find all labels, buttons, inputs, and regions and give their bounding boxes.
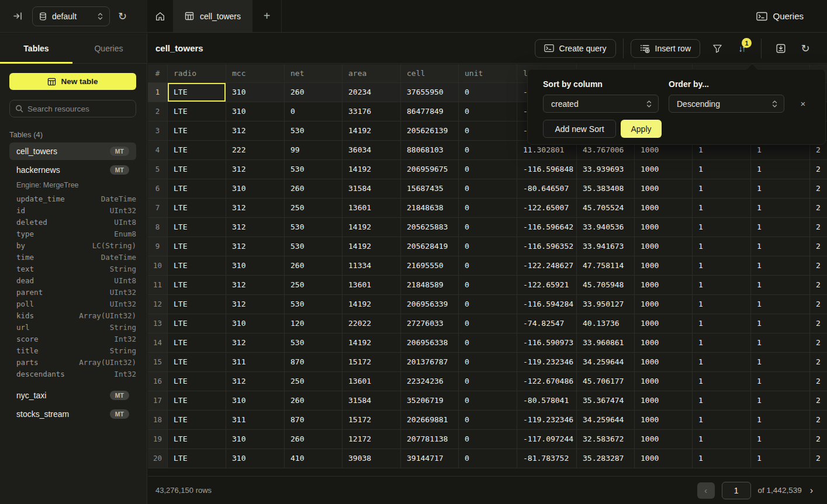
table-cell[interactable]: LTE <box>168 160 226 179</box>
table-cell[interactable]: 0 <box>459 276 517 295</box>
table-cell[interactable]: 312 <box>226 372 285 391</box>
table-cell[interactable]: 1 <box>751 430 810 449</box>
table-cell[interactable]: LTE <box>168 430 226 449</box>
table-cell[interactable]: 37655950 <box>401 83 459 102</box>
table-cell[interactable]: 0 <box>459 411 517 430</box>
table-cell[interactable]: 1 <box>693 411 751 430</box>
table-cell[interactable]: 410 <box>285 449 342 468</box>
next-page-button[interactable]: › <box>809 485 814 496</box>
table-cell[interactable]: 530 <box>285 333 342 353</box>
table-cell[interactable]: 2 <box>810 199 827 218</box>
table-cell[interactable]: 1 <box>693 218 751 237</box>
new-tab-button[interactable]: + <box>252 0 282 32</box>
table-cell[interactable]: 530 <box>285 121 342 141</box>
table-cell[interactable]: 14192 <box>342 121 401 141</box>
row-number-cell[interactable]: 8 <box>148 218 168 237</box>
table-cell[interactable]: 0 <box>459 102 517 121</box>
table-cell[interactable]: 33.941673 <box>577 237 635 256</box>
row-number-cell[interactable]: 9 <box>148 237 168 256</box>
table-cell[interactable]: 0 <box>459 333 517 353</box>
table-cell[interactable]: 1 <box>693 372 751 391</box>
sidebar-item-stocks_stream[interactable]: stocks_streamMT <box>9 405 136 423</box>
table-cell[interactable]: LTE <box>168 391 226 411</box>
row-number-cell[interactable]: 11 <box>148 276 168 295</box>
table-cell[interactable]: 1 <box>693 430 751 449</box>
table-cell[interactable]: 0 <box>285 102 342 121</box>
table-cell[interactable]: 2 <box>810 353 827 372</box>
table-cell[interactable]: 250 <box>285 199 342 218</box>
table-cell[interactable]: 39038 <box>342 449 401 468</box>
table-cell[interactable]: 1 <box>693 353 751 372</box>
table-cell[interactable]: 45.705524 <box>577 199 635 218</box>
table-cell[interactable]: 260 <box>285 391 342 411</box>
table-cell[interactable]: 1000 <box>635 353 693 372</box>
table-cell[interactable]: 2 <box>810 218 827 237</box>
table-cell[interactable]: 1 <box>693 295 751 314</box>
table-cell[interactable]: 1 <box>693 314 751 333</box>
column-header[interactable]: area <box>342 64 401 83</box>
table-cell[interactable]: -122.65007 <box>517 199 577 218</box>
table-cell[interactable]: 11334 <box>342 256 401 276</box>
column-header[interactable]: mcc <box>226 64 285 83</box>
table-cell[interactable]: -74.82547 <box>517 314 577 333</box>
table-cell[interactable]: 310 <box>226 430 285 449</box>
table-cell[interactable]: 1000 <box>635 256 693 276</box>
table-cell[interactable]: 205625883 <box>401 218 459 237</box>
table-cell[interactable]: 22022 <box>342 314 401 333</box>
table-cell[interactable]: 0 <box>459 83 517 102</box>
table-cell[interactable]: 250 <box>285 276 342 295</box>
table-cell[interactable]: 99 <box>285 141 342 160</box>
table-cell[interactable]: 2 <box>810 449 827 468</box>
table-cell[interactable]: 35206719 <box>401 391 459 411</box>
column-header[interactable]: unit <box>459 64 517 83</box>
table-cell[interactable]: 311 <box>226 411 285 430</box>
table-cell[interactable]: 1000 <box>635 295 693 314</box>
table-cell[interactable]: 35.383408 <box>577 179 635 199</box>
table-cell[interactable]: 0 <box>459 218 517 237</box>
table-cell[interactable]: 2 <box>810 333 827 353</box>
table-cell[interactable]: 207781138 <box>401 430 459 449</box>
table-cell[interactable]: 21848638 <box>401 199 459 218</box>
table-cell[interactable]: 2 <box>810 295 827 314</box>
row-number-cell[interactable]: 10 <box>148 256 168 276</box>
table-cell[interactable]: 310 <box>226 179 285 199</box>
row-number-cell[interactable]: 15 <box>148 353 168 372</box>
table-cell[interactable]: 312 <box>226 121 285 141</box>
table-cell[interactable]: 34.259644 <box>577 353 635 372</box>
row-number-cell[interactable]: 3 <box>148 121 168 141</box>
new-table-button[interactable]: New table <box>9 73 136 90</box>
remove-sort-button[interactable]: × <box>795 95 811 113</box>
table-cell[interactable]: -122.670486 <box>517 372 577 391</box>
table-cell[interactable]: 1 <box>751 314 810 333</box>
table-cell[interactable]: 1 <box>751 353 810 372</box>
table-cell[interactable]: 1 <box>693 199 751 218</box>
table-cell[interactable]: 14192 <box>342 218 401 237</box>
table-cell[interactable]: 310 <box>226 256 285 276</box>
table-cell[interactable]: 1 <box>751 237 810 256</box>
table-cell[interactable]: 0 <box>459 449 517 468</box>
table-cell[interactable]: 27276033 <box>401 314 459 333</box>
table-cell[interactable]: 0 <box>459 256 517 276</box>
table-cell[interactable]: -119.232346 <box>517 411 577 430</box>
table-cell[interactable]: 311 <box>226 353 285 372</box>
table-cell[interactable]: 530 <box>285 218 342 237</box>
table-cell[interactable]: 31584 <box>342 391 401 411</box>
table-cell[interactable]: 250 <box>285 372 342 391</box>
table-cell[interactable]: 0 <box>459 199 517 218</box>
table-cell[interactable]: 1 <box>693 391 751 411</box>
table-cell[interactable]: 0 <box>459 430 517 449</box>
table-cell[interactable]: 0 <box>459 121 517 141</box>
add-new-sort-button[interactable]: Add new Sort <box>543 120 616 138</box>
table-cell[interactable]: 0 <box>459 314 517 333</box>
refresh-table-button[interactable]: ↻ <box>793 43 818 54</box>
table-cell[interactable]: LTE <box>168 83 226 102</box>
filter-button[interactable] <box>705 44 729 53</box>
table-cell[interactable]: 32.583672 <box>577 430 635 449</box>
table-cell[interactable]: 14192 <box>342 237 401 256</box>
column-header[interactable]: cell <box>401 64 459 83</box>
table-cell[interactable]: 206956339 <box>401 295 459 314</box>
table-cell[interactable]: 35.283287 <box>577 449 635 468</box>
table-cell[interactable]: 202669881 <box>401 411 459 430</box>
row-number-cell[interactable]: 6 <box>148 179 168 199</box>
table-cell[interactable]: 530 <box>285 295 342 314</box>
